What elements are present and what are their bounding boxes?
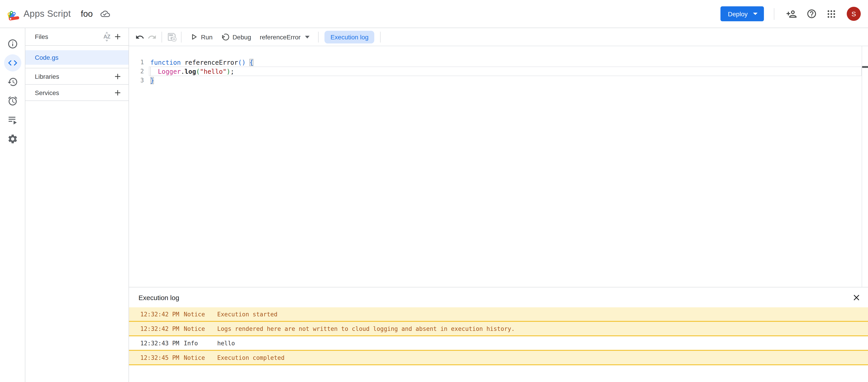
info-icon: [7, 38, 18, 49]
plus-icon: [113, 32, 122, 41]
plus-icon: [113, 88, 122, 97]
save-status: [100, 9, 110, 19]
line-number: 2: [129, 67, 150, 76]
indent-guide: [150, 67, 151, 76]
nav-project-history[interactable]: [4, 73, 21, 91]
debug-label: Debug: [232, 33, 251, 40]
log-message: Logs rendered here are not written to cl…: [217, 325, 868, 332]
project-name[interactable]: foo: [81, 9, 93, 19]
overview-cursor-marker: [862, 66, 868, 68]
executions-icon: [7, 115, 18, 125]
plus-icon: [113, 72, 122, 81]
nav-overview[interactable]: [4, 35, 21, 53]
execution-log-toggle[interactable]: Execution log: [324, 31, 374, 43]
top-bar-actions: Deploy: [721, 6, 861, 21]
share-project-button[interactable]: [786, 8, 797, 19]
files-panel-header: Files AZ: [25, 28, 128, 46]
log-level: Notice: [184, 354, 217, 361]
deploy-caret-icon: [753, 13, 757, 15]
log-message: hello: [217, 340, 868, 347]
add-file-button[interactable]: [112, 31, 123, 42]
deploy-button[interactable]: Deploy: [721, 6, 764, 21]
file-name: Code.gs: [35, 54, 58, 61]
undo-button[interactable]: [134, 31, 145, 42]
brand[interactable]: Apps Script: [8, 6, 71, 21]
libraries-section: Libraries: [25, 68, 128, 85]
log-level: Info: [184, 340, 217, 347]
run-label: Run: [201, 33, 213, 40]
execution-log-title: Execution log: [138, 293, 179, 301]
redo-icon: [148, 32, 157, 41]
nav-project-settings[interactable]: [4, 130, 21, 148]
cloud-done-icon: [100, 9, 110, 19]
help-button[interactable]: [806, 8, 817, 19]
divider: [161, 31, 162, 42]
log-level: Notice: [184, 325, 217, 332]
divider: [774, 8, 774, 20]
code-text: }: [150, 76, 154, 85]
divider: [181, 31, 182, 42]
redo-button[interactable]: [147, 31, 157, 42]
log-message: Execution started: [217, 311, 868, 318]
help-icon: [806, 9, 817, 19]
close-icon: [851, 293, 861, 302]
line-number: 3: [129, 76, 150, 85]
code-line[interactable]: 1function referenceError() {: [129, 58, 868, 67]
top-bar: Apps Script foo Deploy: [0, 0, 868, 28]
execution-log-entries: 12:32:42 PMNoticeExecution started12:32:…: [129, 307, 868, 365]
apps-grid-icon: [826, 9, 836, 19]
services-label: Services: [35, 89, 59, 96]
line-number: 1: [129, 58, 150, 67]
save-icon: [166, 32, 177, 42]
log-timestamp: 12:32:42 PM: [140, 325, 184, 332]
nav-triggers[interactable]: [4, 92, 21, 109]
add-library-button[interactable]: [112, 71, 123, 82]
chevron-down-icon: [305, 35, 310, 38]
execution-log-header: Execution log: [129, 287, 868, 307]
log-timestamp: 12:32:42 PM: [140, 311, 184, 318]
code-editor[interactable]: 1function referenceError() {2 Logger.log…: [129, 46, 868, 287]
code-text: function referenceError() {: [150, 58, 253, 67]
gear-icon: [7, 133, 18, 145]
add-service-button[interactable]: [112, 87, 123, 98]
function-selector[interactable]: referenceError: [260, 33, 310, 40]
nav-executions[interactable]: [4, 112, 21, 129]
file-item-codegs[interactable]: Code.gs: [25, 50, 128, 65]
divider: [380, 31, 381, 42]
log-message: Execution completed: [217, 354, 868, 361]
apps-script-window: Apps Script foo Deploy: [0, 0, 868, 382]
files-title: Files: [35, 33, 48, 40]
log-timestamp: 12:32:43 PM: [140, 340, 184, 347]
person-add-icon: [786, 8, 797, 19]
services-section: Services: [25, 85, 128, 101]
log-row: 12:32:42 PMNoticeExecution started: [129, 307, 868, 322]
run-button[interactable]: Run: [190, 33, 213, 41]
google-apps-button[interactable]: [826, 8, 837, 19]
az-sort-icon[interactable]: AZ: [101, 31, 112, 42]
apps-script-logo-icon: [8, 6, 21, 21]
run-icon: [190, 33, 198, 41]
avatar-letter: S: [851, 10, 856, 18]
code-line[interactable]: 2 Logger.log("hello");: [129, 67, 868, 76]
editor-toolbar: Run Debug referenceError Execution log: [129, 28, 868, 46]
close-execution-log-button[interactable]: [851, 292, 862, 303]
libraries-label: Libraries: [35, 73, 59, 80]
log-row: 12:32:45 PMNoticeExecution completed: [129, 351, 868, 365]
nav-editor[interactable]: [4, 54, 21, 71]
debug-button[interactable]: Debug: [221, 32, 251, 41]
execution-log-panel: Execution log 12:32:42 PMNoticeExecution…: [129, 287, 868, 382]
history-icon: [7, 76, 18, 87]
undo-icon: [135, 32, 144, 41]
alarm-icon: [7, 96, 18, 106]
account-avatar[interactable]: S: [847, 7, 861, 21]
code-line[interactable]: 3}: [129, 76, 868, 85]
code-text: Logger.log("hello");: [150, 67, 234, 76]
log-timestamp: 12:32:45 PM: [140, 354, 184, 361]
save-button[interactable]: [166, 31, 177, 42]
app-name: Apps Script: [24, 9, 71, 19]
deploy-label: Deploy: [728, 10, 748, 18]
log-row: 12:32:42 PMNoticeLogs rendered here are …: [129, 322, 868, 336]
log-level: Notice: [184, 311, 217, 318]
editor-column: Run Debug referenceError Execution log: [129, 28, 868, 382]
files-panel: Files AZ Code.gs Libraries: [25, 28, 129, 382]
